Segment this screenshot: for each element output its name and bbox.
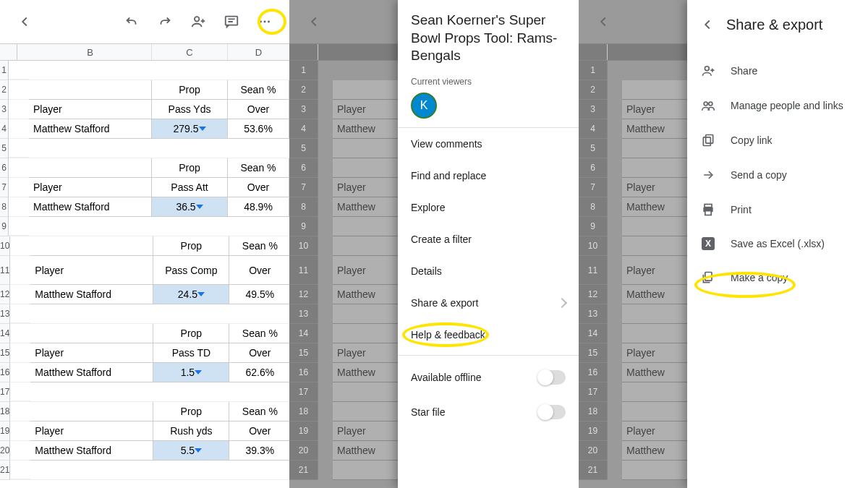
cell[interactable]: Over [229,256,289,285]
cell[interactable] [152,139,228,158]
viewer-avatar[interactable]: K [411,93,437,119]
row-header[interactable]: 19 [0,421,10,441]
cell[interactable] [228,61,289,80]
share-item-manage[interactable]: Manage people and links [687,88,868,123]
row-header[interactable]: 12 [0,285,10,304]
cell[interactable]: Player [29,178,152,197]
cell[interactable]: Sean % [229,236,289,256]
row-header[interactable]: 9 [0,217,9,236]
cell[interactable]: Sean % [228,158,289,178]
cell[interactable] [29,158,152,178]
cell[interactable]: Matthew Stafford [29,119,152,139]
col-B[interactable]: B [29,44,152,60]
cell[interactable]: Over [229,343,289,363]
share-item-send-copy[interactable]: Send a copy [687,158,868,192]
cell[interactable]: Matthew Stafford [29,197,152,217]
menu-details[interactable]: Details [398,255,579,287]
add-person-icon[interactable] [184,7,213,36]
row-header[interactable]: 20 [0,441,10,461]
col-C[interactable]: C [152,44,228,60]
cell[interactable]: Sean % [229,402,289,421]
cell[interactable]: Matthew Stafford [30,363,153,382]
cell[interactable]: Prop [152,158,228,178]
toggle-star[interactable] [538,405,566,419]
row-header[interactable]: 3 [0,100,9,119]
cell[interactable]: Pass TD [153,343,229,363]
back-icon[interactable] [697,14,718,35]
cell[interactable]: Matthew Stafford [30,285,153,304]
cell[interactable] [228,139,289,158]
dropdown-cell[interactable]: 279.5 [152,119,228,139]
row-header[interactable]: 16 [0,363,10,382]
cell[interactable]: Player [30,256,153,285]
menu-share-export[interactable]: Share & export [398,287,579,319]
cell[interactable] [29,217,152,236]
cell[interactable]: Over [228,100,289,119]
dropdown-cell[interactable]: 36.5 [152,197,228,217]
dropdown-cell[interactable]: 5.5 [153,441,229,461]
cell[interactable]: Prop [153,324,229,343]
share-item-make-copy[interactable]: Make a copy [687,260,868,295]
cell[interactable] [153,382,229,401]
col-D[interactable]: D [228,44,289,60]
cell[interactable] [29,80,152,100]
cell[interactable]: Pass Att [152,178,228,197]
back-icon[interactable] [589,7,618,36]
menu-find-replace[interactable]: Find and replace [398,160,579,192]
row-header[interactable]: 18 [0,402,10,421]
cell[interactable]: Sean % [229,324,289,343]
row-header[interactable]: 17 [0,382,10,402]
cell[interactable]: Pass Yds [152,100,228,119]
more-icon[interactable] [250,7,279,36]
cell[interactable]: Over [229,421,289,441]
menu-create-filter[interactable]: Create a filter [398,223,579,255]
cell[interactable] [30,402,153,421]
cell[interactable] [152,217,228,236]
toggle-offline[interactable] [538,370,566,385]
menu-star-file[interactable]: Star file [398,395,579,429]
cell[interactable]: 39.3% [229,441,289,461]
undo-icon[interactable] [117,7,146,36]
menu-view-comments[interactable]: View comments [398,128,579,160]
share-item-share[interactable]: Share [687,53,868,88]
row-header[interactable]: 13 [0,304,10,324]
row-header[interactable]: 2 [0,80,9,100]
row-header[interactable]: 21 [0,461,10,480]
cell[interactable]: Rush yds [153,421,229,441]
dropdown-cell[interactable]: 1.5 [153,363,229,382]
cell[interactable] [30,382,153,401]
cell[interactable]: 62.6% [229,363,289,382]
cell[interactable]: 53.6% [228,119,289,139]
row-header[interactable]: 5 [0,139,9,158]
row-header[interactable]: 11 [0,256,10,285]
cell[interactable]: Player [29,100,152,119]
row-header[interactable]: 4 [0,119,9,139]
cell[interactable] [228,217,289,236]
cell[interactable] [30,324,153,343]
menu-available-offline[interactable]: Available offline [398,360,579,395]
cell[interactable] [153,461,229,479]
row-header[interactable]: 14 [0,324,10,343]
cell[interactable]: 49.5% [229,285,289,304]
cell[interactable] [30,461,153,479]
cell[interactable] [29,139,152,158]
cell[interactable] [229,461,289,479]
cell[interactable]: Prop [152,80,228,100]
cell[interactable]: Matthew Stafford [30,441,153,461]
cell[interactable] [30,304,153,323]
cell[interactable]: Player [30,343,153,363]
comment-icon[interactable] [217,7,246,36]
cell[interactable]: Player [30,421,153,441]
cell[interactable]: 48.9% [228,197,289,217]
cell[interactable] [229,304,289,323]
row-header[interactable]: 1 [0,61,9,80]
row-header[interactable]: 8 [0,197,9,217]
menu-explore[interactable]: Explore [398,192,579,223]
menu-help-feedback[interactable]: Help & feedback [398,319,579,351]
row-header[interactable]: 6 [0,158,9,178]
row-header[interactable]: 7 [0,178,9,197]
back-icon[interactable] [10,7,39,36]
cell[interactable] [29,61,152,80]
share-item-print[interactable]: Print [687,192,868,227]
cell[interactable] [30,236,153,256]
